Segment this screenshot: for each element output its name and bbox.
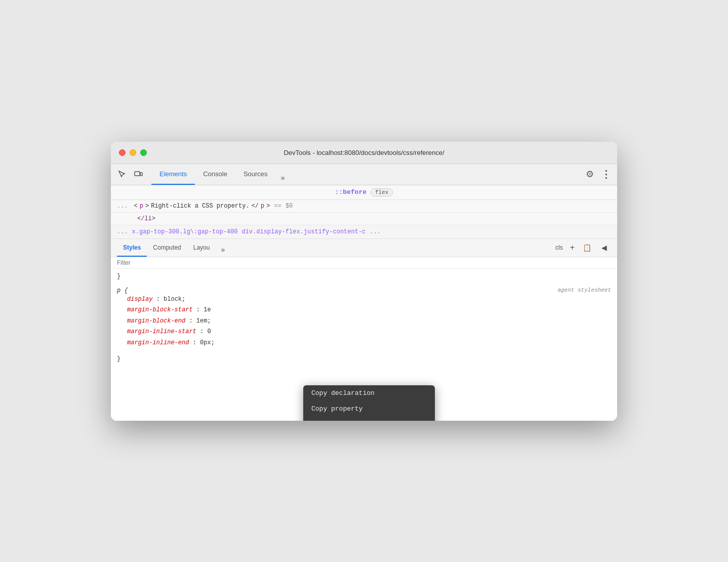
context-menu-item-copy-value[interactable]: Copy value — [303, 417, 435, 421]
titlebar: DevTools - localhost:8080/docs/devtools/… — [111, 142, 617, 164]
selector-dots-right: ... — [370, 228, 381, 235]
maximize-button[interactable] — [140, 149, 147, 156]
cls-button[interactable]: cls — [553, 243, 565, 252]
dom-text-content: Right-click a CSS property. — [151, 203, 249, 210]
css-margin-inline-end[interactable]: margin-inline-end : 0px; — [127, 338, 611, 349]
tab-computed[interactable]: Computed — [147, 238, 187, 257]
tab-sources[interactable]: Sources — [235, 164, 276, 185]
add-rule-button[interactable]: + — [568, 242, 577, 253]
copy-styles-button[interactable]: 📋 — [580, 240, 594, 255]
tab-styles[interactable]: Styles — [117, 238, 147, 257]
css-rule-p: p { agent stylesheet display : block; ma… — [117, 287, 611, 363]
breadcrumb-bar: ::before flex — [111, 185, 617, 200]
dom-inspector-line: ... <p> Right-click a CSS property. </p>… — [111, 200, 617, 213]
devtools-body: ::before flex ... <p> Right-click a CSS … — [111, 185, 617, 421]
flex-badge: flex — [371, 188, 393, 196]
devtools-toolbar: Elements Console Sources » ⚙ ⋮ — [111, 164, 617, 185]
svg-rect-1 — [140, 173, 142, 176]
more-tabs-button[interactable]: » — [276, 171, 290, 185]
styles-toolbar-right: cls + 📋 ◀ — [553, 240, 611, 257]
css-close-brace-1: } — [117, 273, 120, 280]
filter-input[interactable] — [117, 259, 611, 266]
dom-closing-tag-line: </li> — [111, 213, 617, 225]
agent-stylesheet-label: agent stylesheet — [557, 287, 611, 293]
devtools-window: DevTools - localhost:8080/docs/devtools/… — [111, 142, 617, 421]
styles-tabs-bar: Styles Computed Layou » cls + 📋 ◀ — [111, 239, 617, 257]
settings-button[interactable]: ⚙ — [583, 167, 597, 181]
toolbar-right: ⚙ ⋮ — [583, 167, 613, 181]
filter-bar — [111, 257, 617, 269]
toggle-sidebar-button[interactable]: ◀ — [597, 240, 611, 255]
css-margin-inline-start[interactable]: margin-inline-start : 0 — [127, 327, 611, 338]
inspect-element-button[interactable] — [115, 167, 129, 181]
tab-console[interactable]: Console — [195, 164, 235, 185]
context-menu-item-copy-property[interactable]: Copy property — [303, 401, 435, 417]
selector-dots-left: ... — [117, 228, 128, 235]
context-menu: Copy declaration Copy property Copy valu… — [303, 385, 435, 421]
tab-layout[interactable]: Layou — [187, 238, 216, 257]
selector-bar: ... x.gap-top-300.lg\:gap-top-400 div.di… — [111, 225, 617, 239]
svg-rect-0 — [135, 172, 140, 176]
selector-class-2[interactable]: div.display-flex.justify-content-c — [241, 228, 366, 235]
css-margin-block-start[interactable]: margin-block-start : 1e — [127, 305, 611, 316]
toolbar-icons — [115, 167, 145, 181]
css-display[interactable]: display : block; — [127, 294, 611, 305]
tab-bar: Elements Console Sources » — [151, 164, 583, 185]
css-close-brace-2: } — [117, 355, 120, 363]
tab-elements[interactable]: Elements — [151, 164, 195, 185]
more-styles-tabs-button[interactable]: » — [216, 243, 230, 257]
pseudo-element-label: ::before — [335, 188, 367, 196]
device-toggle-button[interactable] — [131, 167, 145, 181]
traffic-lights — [119, 149, 147, 156]
minimize-button[interactable] — [130, 149, 136, 156]
window-title: DevTools - localhost:8080/docs/devtools/… — [284, 149, 444, 156]
context-menu-item-copy-declaration[interactable]: Copy declaration — [303, 385, 435, 401]
close-button[interactable] — [119, 149, 126, 156]
selector-class-1[interactable]: x.gap-top-300.lg\:gap-top-400 — [132, 228, 238, 235]
css-content: } p { agent stylesheet display : block; … — [111, 269, 617, 421]
more-options-button[interactable]: ⋮ — [599, 167, 613, 181]
css-margin-block-end[interactable]: margin-block-end : 1em; — [127, 316, 611, 327]
dom-dots: ... — [117, 203, 128, 210]
